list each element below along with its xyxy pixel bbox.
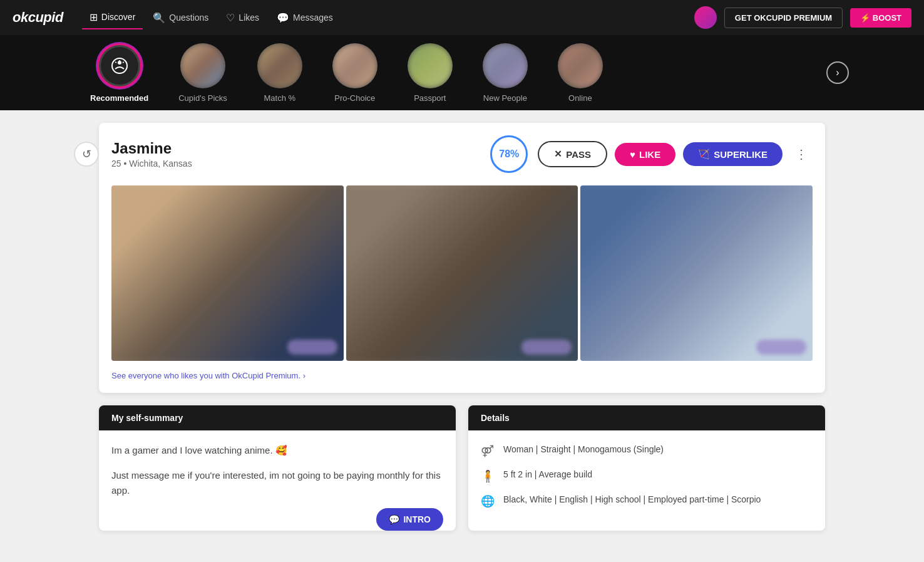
- online-img: [558, 43, 603, 88]
- category-passport[interactable]: Passport: [393, 43, 468, 103]
- intro-icon: 💬: [389, 514, 399, 524]
- category-recommended-label: Recommended: [90, 93, 148, 103]
- photo-1-image: [111, 185, 344, 361]
- pass-label: PASS: [566, 149, 591, 160]
- globe-icon: 🌐: [481, 494, 496, 508]
- nav-likes[interactable]: ♡ Likes: [218, 7, 267, 29]
- match-img: [257, 43, 302, 88]
- nav-questions[interactable]: 🔍 Questions: [145, 7, 216, 29]
- profile-name-section: Jasmine 25 • Wichita, Kansas: [111, 140, 480, 169]
- intro-label: INTRO: [403, 514, 431, 524]
- photo-grid: [111, 185, 813, 361]
- category-match[interactable]: Match %: [242, 43, 317, 103]
- passport-thumb: [408, 43, 453, 88]
- self-summary-header: My self-summary: [99, 405, 456, 430]
- profile-info-grid: My self-summary Im a gamer and I love wa…: [99, 405, 825, 531]
- profile-header: ↺ Jasmine 25 • Wichita, Kansas 78% ✕ PAS…: [111, 135, 813, 173]
- boost-button[interactable]: ⚡ BOOST: [850, 8, 911, 28]
- photo-2-overlay: [521, 340, 572, 355]
- pass-x-icon: ✕: [554, 148, 562, 160]
- category-pro-choice-label: Pro-Choice: [334, 93, 375, 103]
- detail-2-text: 5 ft 2 in | Average build: [503, 468, 592, 481]
- detail-1-text: Woman | Straight | Monogamous (Single): [503, 443, 664, 456]
- profile-name: Jasmine: [111, 140, 480, 157]
- category-online-label: Online: [568, 93, 592, 103]
- like-button[interactable]: ♥ LIKE: [615, 143, 675, 166]
- superlike-icon: 🏹: [698, 148, 710, 160]
- category-match-label: Match %: [264, 93, 296, 103]
- nav-questions-label: Questions: [169, 13, 208, 23]
- detail-row-3: 🌐 Black, White | English | High school |…: [481, 493, 813, 508]
- like-label: LIKE: [639, 149, 660, 160]
- pass-button[interactable]: ✕ PASS: [538, 141, 607, 167]
- self-summary-text1: Im a gamer and I love watching anime. 🥰: [111, 443, 443, 458]
- photo-3[interactable]: [580, 185, 813, 361]
- cupids-picks-thumb: [180, 43, 225, 88]
- gender-icon: ⚤: [481, 444, 496, 458]
- messages-icon: 💬: [277, 12, 289, 24]
- category-cupids-picks-label: Cupid's Picks: [178, 93, 227, 103]
- likes-icon: ♡: [226, 12, 235, 24]
- recommended-thumb: [97, 43, 142, 88]
- app-logo[interactable]: okcupid: [13, 9, 63, 26]
- header: okcupid ⊞ Discover 🔍 Questions ♡ Likes 💬…: [0, 0, 924, 35]
- undo-button[interactable]: ↺: [74, 142, 99, 167]
- photo-1-overlay: [287, 340, 337, 355]
- details-body: ⚤ Woman | Straight | Monogamous (Single)…: [468, 430, 825, 531]
- like-heart-icon: ♥: [630, 149, 635, 160]
- main-content: ↺ Jasmine 25 • Wichita, Kansas 78% ✕ PAS…: [86, 110, 838, 543]
- action-buttons: ✕ PASS ♥ LIKE 🏹 SUPERLIKE ⋮: [538, 141, 813, 167]
- category-new-people-label: New People: [483, 93, 527, 103]
- nav-discover[interactable]: ⊞ Discover: [82, 6, 143, 29]
- nav-likes-label: Likes: [239, 13, 259, 23]
- main-nav: ⊞ Discover 🔍 Questions ♡ Likes 💬 Message…: [82, 6, 694, 29]
- self-summary-section: My self-summary Im a gamer and I love wa…: [99, 405, 456, 531]
- profile-age: 25: [111, 159, 121, 169]
- premium-button[interactable]: GET OKCUPID PREMIUM: [724, 8, 843, 28]
- photo-3-overlay: [756, 340, 806, 355]
- details-header: Details: [468, 405, 825, 430]
- category-cupids-picks[interactable]: Cupid's Picks: [163, 43, 242, 103]
- superlike-button[interactable]: 🏹 SUPERLIKE: [683, 142, 783, 166]
- height-icon: 🧍: [481, 469, 496, 483]
- pro-choice-thumb: [332, 43, 377, 88]
- premium-cta[interactable]: See everyone who likes you with OkCupid …: [111, 371, 813, 380]
- nav-discover-label: Discover: [101, 12, 135, 22]
- premium-cta-text: See everyone who likes you with OkCupid …: [111, 371, 305, 380]
- profile-age-location: 25 • Wichita, Kansas: [111, 159, 480, 169]
- photo-1[interactable]: [111, 185, 344, 361]
- photo-3-image: [580, 185, 813, 361]
- intro-button[interactable]: 💬 INTRO: [376, 508, 443, 531]
- detail-row-1: ⚤ Woman | Straight | Monogamous (Single): [481, 443, 813, 458]
- profile-separator: •: [123, 159, 129, 169]
- photo-2[interactable]: [346, 185, 578, 361]
- category-bar: Recommended Cupid's Picks Match % Pro-Ch…: [0, 35, 924, 110]
- online-thumb: [558, 43, 603, 88]
- new-people-img: [483, 43, 528, 88]
- avatar[interactable]: [694, 6, 717, 29]
- nav-messages-label: Messages: [293, 13, 333, 23]
- header-right: GET OKCUPID PREMIUM ⚡ BOOST: [694, 6, 911, 29]
- category-recommended[interactable]: Recommended: [75, 43, 163, 103]
- questions-icon: 🔍: [153, 12, 165, 24]
- superlike-label: SUPERLIKE: [714, 149, 767, 160]
- nav-messages[interactable]: 💬 Messages: [269, 7, 341, 29]
- discover-icon: ⊞: [90, 11, 98, 23]
- more-options-button[interactable]: ⋮: [790, 144, 813, 164]
- detail-row-2: 🧍 5 ft 2 in | Average build: [481, 468, 813, 483]
- detail-3-text: Black, White | English | High school | E…: [503, 493, 761, 506]
- match-circle: 78%: [490, 135, 528, 173]
- category-pro-choice[interactable]: Pro-Choice: [317, 43, 393, 103]
- pro-choice-img: [332, 43, 377, 88]
- category-next-button[interactable]: ›: [826, 61, 849, 84]
- self-summary-text2: Just message me if you're interested, im…: [111, 468, 443, 498]
- match-thumb: [257, 43, 302, 88]
- passport-img: [408, 43, 453, 88]
- self-summary-body: Im a gamer and I love watching anime. 🥰 …: [99, 430, 456, 521]
- photo-2-image: [346, 185, 578, 361]
- profile-location: Wichita, Kansas: [129, 159, 192, 169]
- details-section: Details ⚤ Woman | Straight | Monogamous …: [468, 405, 825, 531]
- recommended-icon: [101, 47, 138, 85]
- category-online[interactable]: Online: [543, 43, 618, 103]
- category-new-people[interactable]: New People: [468, 43, 543, 103]
